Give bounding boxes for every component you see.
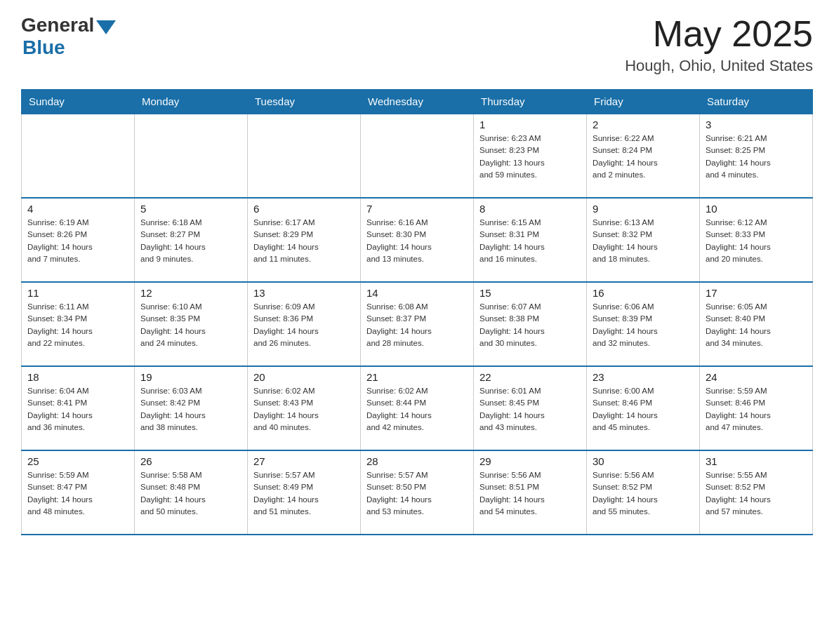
calendar-header-row: SundayMondayTuesdayWednesdayThursdayFrid… bbox=[22, 90, 813, 114]
day-number: 29 bbox=[479, 455, 581, 467]
day-info: Sunrise: 5:57 AMSunset: 8:49 PMDaylight:… bbox=[253, 469, 355, 518]
calendar-cell: 9Sunrise: 6:13 AMSunset: 8:32 PMDaylight… bbox=[587, 198, 700, 282]
day-info: Sunrise: 6:13 AMSunset: 8:32 PMDaylight:… bbox=[593, 217, 694, 265]
day-of-week-header: Sunday bbox=[22, 90, 135, 114]
day-number: 19 bbox=[140, 371, 241, 383]
calendar-week-row: 1Sunrise: 6:23 AMSunset: 8:23 PMDaylight… bbox=[22, 114, 813, 198]
calendar-cell: 11Sunrise: 6:11 AMSunset: 8:34 PMDayligh… bbox=[22, 282, 135, 366]
day-info: Sunrise: 6:07 AMSunset: 8:38 PMDaylight:… bbox=[479, 301, 581, 349]
day-number: 25 bbox=[27, 455, 128, 467]
day-number: 11 bbox=[27, 287, 128, 299]
calendar-cell: 26Sunrise: 5:58 AMSunset: 8:48 PMDayligh… bbox=[135, 450, 248, 535]
day-number: 2 bbox=[593, 119, 694, 130]
calendar-cell: 23Sunrise: 6:00 AMSunset: 8:46 PMDayligh… bbox=[587, 366, 700, 450]
day-info: Sunrise: 6:21 AMSunset: 8:25 PMDaylight:… bbox=[706, 133, 807, 181]
calendar-cell: 8Sunrise: 6:15 AMSunset: 8:31 PMDaylight… bbox=[474, 198, 587, 282]
day-number: 14 bbox=[366, 287, 468, 299]
day-info: Sunrise: 5:59 AMSunset: 8:46 PMDaylight:… bbox=[706, 385, 807, 434]
day-info: Sunrise: 6:00 AMSunset: 8:46 PMDaylight:… bbox=[593, 385, 694, 434]
day-number: 17 bbox=[706, 287, 807, 299]
day-of-week-header: Monday bbox=[135, 90, 248, 114]
day-number: 7 bbox=[366, 203, 468, 215]
logo: General Blue bbox=[21, 14, 116, 59]
calendar-cell: 3Sunrise: 6:21 AMSunset: 8:25 PMDaylight… bbox=[700, 114, 813, 198]
page-header: General Blue May 2025 Hough, Ohio, Unite… bbox=[21, 14, 813, 75]
location-subtitle: Hough, Ohio, United States bbox=[625, 57, 813, 75]
month-year-title: May 2025 bbox=[625, 14, 813, 54]
day-info: Sunrise: 6:15 AMSunset: 8:31 PMDaylight:… bbox=[479, 217, 581, 265]
calendar-table: SundayMondayTuesdayWednesdayThursdayFrid… bbox=[21, 89, 813, 535]
calendar-cell: 14Sunrise: 6:08 AMSunset: 8:37 PMDayligh… bbox=[361, 282, 474, 366]
calendar-cell: 5Sunrise: 6:18 AMSunset: 8:27 PMDaylight… bbox=[135, 198, 248, 282]
calendar-cell: 6Sunrise: 6:17 AMSunset: 8:29 PMDaylight… bbox=[248, 198, 361, 282]
title-block: May 2025 Hough, Ohio, United States bbox=[625, 14, 813, 75]
calendar-cell: 27Sunrise: 5:57 AMSunset: 8:49 PMDayligh… bbox=[248, 450, 361, 535]
logo-blue-text: Blue bbox=[22, 36, 65, 59]
day-info: Sunrise: 5:56 AMSunset: 8:51 PMDaylight:… bbox=[479, 469, 581, 518]
calendar-cell bbox=[135, 114, 248, 198]
day-number: 4 bbox=[27, 203, 128, 215]
day-info: Sunrise: 6:11 AMSunset: 8:34 PMDaylight:… bbox=[27, 301, 128, 349]
day-info: Sunrise: 5:57 AMSunset: 8:50 PMDaylight:… bbox=[366, 469, 468, 518]
logo-triangle-icon bbox=[96, 20, 116, 34]
day-number: 3 bbox=[706, 119, 807, 130]
calendar-cell: 25Sunrise: 5:59 AMSunset: 8:47 PMDayligh… bbox=[22, 450, 135, 535]
calendar-cell bbox=[22, 114, 135, 198]
day-number: 18 bbox=[27, 371, 128, 383]
logo-general-text: General bbox=[21, 14, 94, 36]
day-info: Sunrise: 5:56 AMSunset: 8:52 PMDaylight:… bbox=[593, 469, 694, 518]
day-info: Sunrise: 6:22 AMSunset: 8:24 PMDaylight:… bbox=[593, 133, 694, 181]
day-number: 21 bbox=[366, 371, 468, 383]
calendar-cell bbox=[248, 114, 361, 198]
day-number: 10 bbox=[706, 203, 807, 215]
day-info: Sunrise: 6:09 AMSunset: 8:36 PMDaylight:… bbox=[253, 301, 355, 349]
day-info: Sunrise: 6:08 AMSunset: 8:37 PMDaylight:… bbox=[366, 301, 468, 349]
day-number: 26 bbox=[140, 455, 241, 467]
day-number: 20 bbox=[253, 371, 355, 383]
day-number: 8 bbox=[479, 203, 581, 215]
day-number: 9 bbox=[593, 203, 694, 215]
calendar-week-row: 4Sunrise: 6:19 AMSunset: 8:26 PMDaylight… bbox=[22, 198, 813, 282]
calendar-cell: 28Sunrise: 5:57 AMSunset: 8:50 PMDayligh… bbox=[361, 450, 474, 535]
calendar-cell: 31Sunrise: 5:55 AMSunset: 8:52 PMDayligh… bbox=[700, 450, 813, 535]
day-number: 31 bbox=[706, 455, 807, 467]
day-info: Sunrise: 6:12 AMSunset: 8:33 PMDaylight:… bbox=[706, 217, 807, 265]
calendar-cell: 10Sunrise: 6:12 AMSunset: 8:33 PMDayligh… bbox=[700, 198, 813, 282]
calendar-cell: 1Sunrise: 6:23 AMSunset: 8:23 PMDaylight… bbox=[474, 114, 587, 198]
day-of-week-header: Friday bbox=[587, 90, 700, 114]
day-info: Sunrise: 6:23 AMSunset: 8:23 PMDaylight:… bbox=[479, 133, 581, 181]
day-info: Sunrise: 6:02 AMSunset: 8:43 PMDaylight:… bbox=[253, 385, 355, 434]
calendar-week-row: 18Sunrise: 6:04 AMSunset: 8:41 PMDayligh… bbox=[22, 366, 813, 450]
day-number: 12 bbox=[140, 287, 241, 299]
calendar-cell: 18Sunrise: 6:04 AMSunset: 8:41 PMDayligh… bbox=[22, 366, 135, 450]
calendar-cell: 4Sunrise: 6:19 AMSunset: 8:26 PMDaylight… bbox=[22, 198, 135, 282]
calendar-cell: 16Sunrise: 6:06 AMSunset: 8:39 PMDayligh… bbox=[587, 282, 700, 366]
day-info: Sunrise: 5:55 AMSunset: 8:52 PMDaylight:… bbox=[706, 469, 807, 518]
day-info: Sunrise: 6:02 AMSunset: 8:44 PMDaylight:… bbox=[366, 385, 468, 434]
calendar-cell: 22Sunrise: 6:01 AMSunset: 8:45 PMDayligh… bbox=[474, 366, 587, 450]
calendar-cell: 19Sunrise: 6:03 AMSunset: 8:42 PMDayligh… bbox=[135, 366, 248, 450]
day-number: 13 bbox=[253, 287, 355, 299]
day-info: Sunrise: 6:06 AMSunset: 8:39 PMDaylight:… bbox=[593, 301, 694, 349]
day-number: 1 bbox=[479, 119, 581, 130]
calendar-cell: 13Sunrise: 6:09 AMSunset: 8:36 PMDayligh… bbox=[248, 282, 361, 366]
day-info: Sunrise: 6:19 AMSunset: 8:26 PMDaylight:… bbox=[27, 217, 128, 265]
day-of-week-header: Saturday bbox=[700, 90, 813, 114]
calendar-cell: 24Sunrise: 5:59 AMSunset: 8:46 PMDayligh… bbox=[700, 366, 813, 450]
day-info: Sunrise: 6:17 AMSunset: 8:29 PMDaylight:… bbox=[253, 217, 355, 265]
day-number: 15 bbox=[479, 287, 581, 299]
day-info: Sunrise: 5:59 AMSunset: 8:47 PMDaylight:… bbox=[27, 469, 128, 518]
day-number: 6 bbox=[253, 203, 355, 215]
day-info: Sunrise: 6:01 AMSunset: 8:45 PMDaylight:… bbox=[479, 385, 581, 434]
day-number: 30 bbox=[593, 455, 694, 467]
day-info: Sunrise: 6:04 AMSunset: 8:41 PMDaylight:… bbox=[27, 385, 128, 434]
day-number: 27 bbox=[253, 455, 355, 467]
calendar-cell: 20Sunrise: 6:02 AMSunset: 8:43 PMDayligh… bbox=[248, 366, 361, 450]
day-info: Sunrise: 6:16 AMSunset: 8:30 PMDaylight:… bbox=[366, 217, 468, 265]
calendar-cell: 21Sunrise: 6:02 AMSunset: 8:44 PMDayligh… bbox=[361, 366, 474, 450]
day-info: Sunrise: 6:18 AMSunset: 8:27 PMDaylight:… bbox=[140, 217, 241, 265]
day-of-week-header: Thursday bbox=[474, 90, 587, 114]
day-number: 22 bbox=[479, 371, 581, 383]
calendar-cell: 29Sunrise: 5:56 AMSunset: 8:51 PMDayligh… bbox=[474, 450, 587, 535]
calendar-cell: 7Sunrise: 6:16 AMSunset: 8:30 PMDaylight… bbox=[361, 198, 474, 282]
